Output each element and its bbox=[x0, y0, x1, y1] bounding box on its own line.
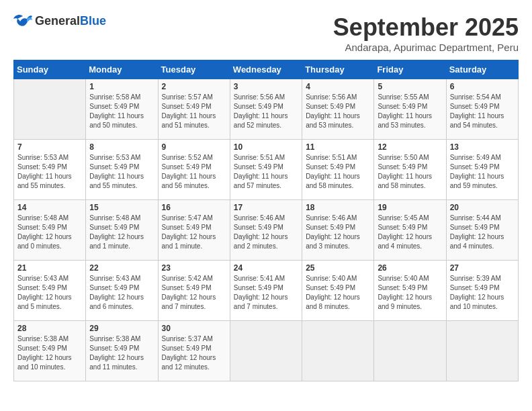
day-header-tuesday: Tuesday bbox=[158, 60, 230, 79]
calendar-cell: 23Sunrise: 5:42 AM Sunset: 5:49 PM Dayli… bbox=[158, 261, 230, 321]
day-number: 15 bbox=[89, 203, 154, 212]
calendar-cell: 5Sunrise: 5:55 AM Sunset: 5:49 PM Daylig… bbox=[374, 79, 446, 140]
day-header-monday: Monday bbox=[86, 60, 158, 79]
day-number: 12 bbox=[378, 142, 442, 152]
calendar-cell: 22Sunrise: 5:43 AM Sunset: 5:49 PM Dayli… bbox=[86, 261, 158, 321]
calendar-cell: 17Sunrise: 5:46 AM Sunset: 5:49 PM Dayli… bbox=[230, 200, 302, 261]
day-number: 4 bbox=[306, 82, 370, 91]
calendar-cell: 4Sunrise: 5:56 AM Sunset: 5:49 PM Daylig… bbox=[302, 79, 374, 140]
logo-text: GeneralBlue bbox=[35, 14, 106, 28]
calendar-cell: 26Sunrise: 5:40 AM Sunset: 5:49 PM Dayli… bbox=[374, 261, 446, 321]
cell-content: Sunrise: 5:58 AM Sunset: 5:49 PM Dayligh… bbox=[89, 93, 154, 130]
calendar-cell bbox=[374, 321, 446, 381]
day-header-thursday: Thursday bbox=[302, 60, 374, 79]
cell-content: Sunrise: 5:43 AM Sunset: 5:49 PM Dayligh… bbox=[89, 274, 154, 312]
day-number: 26 bbox=[378, 263, 442, 273]
cell-content: Sunrise: 5:48 AM Sunset: 5:49 PM Dayligh… bbox=[17, 214, 82, 251]
calendar-cell: 21Sunrise: 5:43 AM Sunset: 5:49 PM Dayli… bbox=[14, 261, 86, 321]
calendar-cell: 25Sunrise: 5:40 AM Sunset: 5:49 PM Dayli… bbox=[302, 261, 374, 321]
calendar-header-row: SundayMondayTuesdayWednesdayThursdayFrid… bbox=[14, 60, 519, 79]
cell-content: Sunrise: 5:43 AM Sunset: 5:49 PM Dayligh… bbox=[17, 274, 82, 312]
logo-general: General bbox=[35, 14, 80, 28]
day-number: 16 bbox=[162, 203, 226, 212]
cell-content: Sunrise: 5:38 AM Sunset: 5:49 PM Dayligh… bbox=[17, 334, 82, 372]
day-number: 10 bbox=[234, 142, 298, 152]
cell-content: Sunrise: 5:53 AM Sunset: 5:49 PM Dayligh… bbox=[17, 153, 82, 191]
cell-content: Sunrise: 5:48 AM Sunset: 5:49 PM Dayligh… bbox=[89, 214, 154, 251]
calendar-cell: 18Sunrise: 5:46 AM Sunset: 5:49 PM Dayli… bbox=[302, 200, 374, 261]
page-header: GeneralBlue September 2025 Andarapa, Apu… bbox=[13, 13, 519, 53]
calendar-cell: 8Sunrise: 5:53 AM Sunset: 5:49 PM Daylig… bbox=[86, 140, 158, 200]
day-number: 1 bbox=[89, 82, 154, 91]
day-number: 3 bbox=[234, 82, 298, 91]
day-number: 17 bbox=[234, 203, 298, 212]
cell-content: Sunrise: 5:41 AM Sunset: 5:49 PM Dayligh… bbox=[234, 274, 298, 312]
day-number: 2 bbox=[162, 82, 226, 91]
day-header-saturday: Saturday bbox=[446, 60, 518, 79]
day-header-wednesday: Wednesday bbox=[230, 60, 302, 79]
calendar-cell: 27Sunrise: 5:39 AM Sunset: 5:49 PM Dayli… bbox=[446, 261, 518, 321]
cell-content: Sunrise: 5:37 AM Sunset: 5:49 PM Dayligh… bbox=[162, 334, 226, 372]
day-number: 29 bbox=[89, 324, 154, 333]
calendar-table: SundayMondayTuesdayWednesdayThursdayFrid… bbox=[13, 60, 519, 381]
calendar-cell: 19Sunrise: 5:45 AM Sunset: 5:49 PM Dayli… bbox=[374, 200, 446, 261]
calendar-cell bbox=[230, 321, 302, 381]
calendar-cell: 3Sunrise: 5:56 AM Sunset: 5:49 PM Daylig… bbox=[230, 79, 302, 140]
calendar-cell: 12Sunrise: 5:50 AM Sunset: 5:49 PM Dayli… bbox=[374, 140, 446, 200]
day-number: 23 bbox=[162, 263, 226, 273]
calendar-cell: 28Sunrise: 5:38 AM Sunset: 5:49 PM Dayli… bbox=[14, 321, 86, 381]
calendar-cell: 24Sunrise: 5:41 AM Sunset: 5:49 PM Dayli… bbox=[230, 261, 302, 321]
cell-content: Sunrise: 5:51 AM Sunset: 5:49 PM Dayligh… bbox=[234, 153, 298, 191]
calendar-cell bbox=[302, 321, 374, 381]
day-number: 9 bbox=[162, 142, 226, 152]
calendar-cell: 10Sunrise: 5:51 AM Sunset: 5:49 PM Dayli… bbox=[230, 140, 302, 200]
day-number: 19 bbox=[378, 203, 442, 212]
logo-bird-icon bbox=[13, 13, 32, 28]
calendar-week-row: 14Sunrise: 5:48 AM Sunset: 5:49 PM Dayli… bbox=[14, 200, 519, 261]
day-number: 13 bbox=[450, 142, 515, 152]
cell-content: Sunrise: 5:55 AM Sunset: 5:49 PM Dayligh… bbox=[378, 93, 442, 130]
cell-content: Sunrise: 5:52 AM Sunset: 5:49 PM Dayligh… bbox=[162, 153, 226, 191]
calendar-cell: 13Sunrise: 5:49 AM Sunset: 5:49 PM Dayli… bbox=[446, 140, 518, 200]
month-title: September 2025 bbox=[333, 13, 519, 42]
cell-content: Sunrise: 5:40 AM Sunset: 5:49 PM Dayligh… bbox=[306, 274, 370, 312]
day-number: 27 bbox=[450, 263, 515, 273]
calendar-week-row: 1Sunrise: 5:58 AM Sunset: 5:49 PM Daylig… bbox=[14, 79, 519, 140]
calendar-cell: 6Sunrise: 5:54 AM Sunset: 5:49 PM Daylig… bbox=[446, 79, 518, 140]
cell-content: Sunrise: 5:38 AM Sunset: 5:49 PM Dayligh… bbox=[89, 334, 154, 372]
day-header-sunday: Sunday bbox=[14, 60, 86, 79]
cell-content: Sunrise: 5:56 AM Sunset: 5:49 PM Dayligh… bbox=[306, 93, 370, 130]
day-number: 28 bbox=[17, 324, 82, 333]
day-number: 11 bbox=[306, 142, 370, 152]
day-header-friday: Friday bbox=[374, 60, 446, 79]
cell-content: Sunrise: 5:44 AM Sunset: 5:49 PM Dayligh… bbox=[450, 214, 515, 251]
calendar-cell: 9Sunrise: 5:52 AM Sunset: 5:49 PM Daylig… bbox=[158, 140, 230, 200]
calendar-cell: 16Sunrise: 5:47 AM Sunset: 5:49 PM Dayli… bbox=[158, 200, 230, 261]
day-number: 5 bbox=[378, 82, 442, 91]
cell-content: Sunrise: 5:47 AM Sunset: 5:49 PM Dayligh… bbox=[162, 214, 226, 251]
logo-blue: Blue bbox=[80, 14, 106, 28]
calendar-cell: 14Sunrise: 5:48 AM Sunset: 5:49 PM Dayli… bbox=[14, 200, 86, 261]
calendar-cell: 11Sunrise: 5:51 AM Sunset: 5:49 PM Dayli… bbox=[302, 140, 374, 200]
cell-content: Sunrise: 5:39 AM Sunset: 5:49 PM Dayligh… bbox=[450, 274, 515, 312]
calendar-week-row: 7Sunrise: 5:53 AM Sunset: 5:49 PM Daylig… bbox=[14, 140, 519, 200]
day-number: 25 bbox=[306, 263, 370, 273]
calendar-week-row: 28Sunrise: 5:38 AM Sunset: 5:49 PM Dayli… bbox=[14, 321, 519, 381]
cell-content: Sunrise: 5:42 AM Sunset: 5:49 PM Dayligh… bbox=[162, 274, 226, 312]
calendar-cell: 7Sunrise: 5:53 AM Sunset: 5:49 PM Daylig… bbox=[14, 140, 86, 200]
day-number: 30 bbox=[162, 324, 226, 333]
calendar-week-row: 21Sunrise: 5:43 AM Sunset: 5:49 PM Dayli… bbox=[14, 261, 519, 321]
cell-content: Sunrise: 5:46 AM Sunset: 5:49 PM Dayligh… bbox=[234, 214, 298, 251]
cell-content: Sunrise: 5:57 AM Sunset: 5:49 PM Dayligh… bbox=[162, 93, 226, 130]
location-subtitle: Andarapa, Apurimac Department, Peru bbox=[333, 42, 519, 53]
calendar-cell: 29Sunrise: 5:38 AM Sunset: 5:49 PM Dayli… bbox=[86, 321, 158, 381]
calendar-cell bbox=[14, 79, 86, 140]
day-number: 14 bbox=[17, 203, 82, 212]
day-number: 6 bbox=[450, 82, 515, 91]
cell-content: Sunrise: 5:49 AM Sunset: 5:49 PM Dayligh… bbox=[450, 153, 515, 191]
cell-content: Sunrise: 5:40 AM Sunset: 5:49 PM Dayligh… bbox=[378, 274, 442, 312]
cell-content: Sunrise: 5:46 AM Sunset: 5:49 PM Dayligh… bbox=[306, 214, 370, 251]
cell-content: Sunrise: 5:45 AM Sunset: 5:49 PM Dayligh… bbox=[378, 214, 442, 251]
calendar-cell bbox=[446, 321, 518, 381]
day-number: 21 bbox=[17, 263, 82, 273]
